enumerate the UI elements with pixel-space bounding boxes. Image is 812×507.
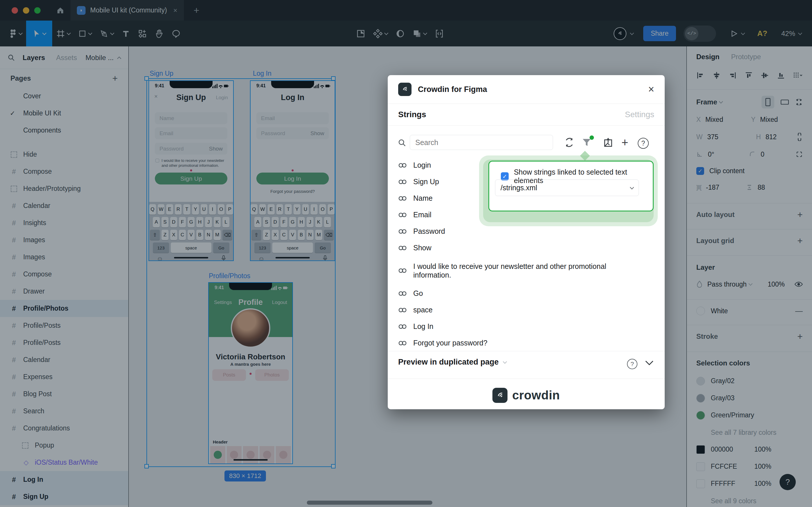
string-row[interactable]: I would like to receive your newsletter …	[388, 256, 665, 285]
string-text: Forgot your password?	[413, 339, 487, 347]
crowdin-logo-icon	[398, 83, 411, 96]
tab-strings[interactable]: Strings	[398, 110, 426, 119]
string-text: Password	[413, 227, 445, 235]
filter-active-dot	[590, 135, 594, 140]
figma-app: ◗ Mobile UI kit (Community) × +	[0, 0, 812, 507]
expand-preview-icon[interactable]	[645, 360, 654, 366]
string-row[interactable]: space	[388, 302, 665, 318]
string-row[interactable]: Forgot your password?	[388, 335, 665, 351]
link-icon	[398, 323, 407, 330]
link-icon	[398, 179, 407, 185]
crowdin-plugin-modal: Crowdin for Figma × Strings Settings + ?	[388, 75, 665, 409]
tab-settings[interactable]: Settings	[625, 110, 654, 119]
link-icon	[398, 340, 407, 346]
add-string-button[interactable]: +	[622, 136, 628, 149]
link-icon	[398, 245, 407, 251]
link-icon	[398, 162, 407, 169]
string-text: Go	[413, 289, 423, 297]
link-icon	[398, 290, 407, 297]
help-icon[interactable]: ?	[638, 138, 649, 149]
show-linked-checkbox[interactable]: ✓	[501, 172, 509, 180]
crowdin-wordmark: crowdin	[512, 388, 560, 402]
link-icon	[398, 212, 407, 218]
string-text: I would like to receive your newsletter …	[413, 262, 622, 279]
link-icon	[398, 268, 407, 274]
string-text: Email	[413, 211, 431, 219]
search-input[interactable]	[410, 135, 553, 150]
string-text: Show	[413, 244, 431, 252]
string-text: Login	[413, 161, 431, 169]
crowdin-footer-icon	[492, 388, 508, 403]
string-text: Log In	[413, 322, 433, 331]
sync-icon[interactable]	[564, 137, 575, 148]
string-text: Sign Up	[413, 177, 439, 186]
linked-strings-tooltip: ✓ Show strings linked to selected text e…	[488, 161, 654, 212]
string-row[interactable]: Go	[388, 285, 665, 302]
string-text: space	[413, 306, 433, 314]
filter-icon[interactable]	[581, 137, 592, 148]
close-modal-icon[interactable]: ×	[648, 83, 654, 96]
strings-file-select[interactable]: /strings.xml	[495, 179, 639, 196]
export-icon[interactable]	[603, 137, 613, 148]
link-icon	[398, 307, 407, 313]
link-icon	[398, 195, 407, 202]
search-icon	[398, 138, 406, 147]
link-icon	[398, 228, 407, 235]
preview-help-icon[interactable]: ?	[627, 359, 637, 369]
strings-file-value: /strings.xml	[501, 184, 537, 192]
preview-label[interactable]: Preview in duplicated page	[398, 358, 499, 367]
string-row[interactable]: Show	[388, 239, 665, 256]
modal-title: Crowdin for Figma	[418, 85, 487, 94]
string-text: Name	[413, 194, 433, 203]
string-row[interactable]: Log In	[388, 318, 665, 335]
crowdin-footer: crowdin	[388, 381, 665, 409]
